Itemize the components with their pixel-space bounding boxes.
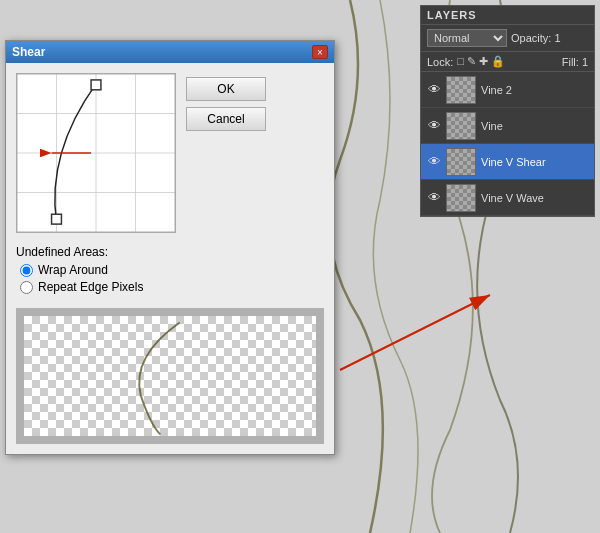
dialog-title: Shear bbox=[12, 45, 45, 59]
layer-item-vine2[interactable]: 👁 Vine 2 bbox=[421, 72, 594, 108]
layers-panel-title: LAYERS bbox=[421, 6, 594, 25]
svg-rect-12 bbox=[52, 214, 62, 224]
repeat-edge-input[interactable] bbox=[20, 281, 33, 294]
layer-eye-vine-v-shear[interactable]: 👁 bbox=[425, 153, 443, 171]
lock-icon-3[interactable]: ✚ bbox=[479, 55, 488, 68]
layer-thumb-vine-v-wave bbox=[446, 184, 476, 212]
ok-button[interactable]: OK bbox=[186, 77, 266, 101]
layer-thumb-vine2 bbox=[446, 76, 476, 104]
radio-group: Wrap Around Repeat Edge Pixels bbox=[16, 263, 324, 294]
undefined-areas-section: Undefined Areas: Wrap Around Repeat Edge… bbox=[16, 241, 324, 298]
lock-icon-4[interactable]: 🔒 bbox=[491, 55, 505, 68]
dialog-buttons: OK Cancel bbox=[186, 73, 266, 233]
lock-icon-2[interactable]: ✎ bbox=[467, 55, 476, 68]
layer-thumb-vine-v-shear bbox=[446, 148, 476, 176]
layer-item-vine[interactable]: 👁 Vine bbox=[421, 108, 594, 144]
blend-mode-select[interactable]: Normal bbox=[427, 29, 507, 47]
dialog-close-button[interactable]: × bbox=[312, 45, 328, 59]
layers-panel: LAYERS Normal Opacity: 1 Lock: □ ✎ ✚ 🔒 F… bbox=[420, 5, 595, 217]
layer-eye-vine2[interactable]: 👁 bbox=[425, 81, 443, 99]
lock-label: Lock: bbox=[427, 56, 453, 68]
layers-lock-row: Lock: □ ✎ ✚ 🔒 Fill: 1 bbox=[421, 52, 594, 72]
dialog-top-section: OK Cancel bbox=[16, 73, 324, 233]
repeat-edge-label: Repeat Edge Pixels bbox=[38, 280, 143, 294]
preview-area bbox=[16, 308, 324, 444]
layer-item-vine-v-wave[interactable]: 👁 Vine V Wave bbox=[421, 180, 594, 216]
layer-thumb-vine bbox=[446, 112, 476, 140]
wrap-around-label: Wrap Around bbox=[38, 263, 108, 277]
shear-dialog: Shear × bbox=[5, 40, 335, 455]
opacity-label: Opacity: 1 bbox=[511, 32, 561, 44]
layer-name-vine2: Vine 2 bbox=[481, 84, 512, 96]
dialog-body: OK Cancel Undefined Areas: Wrap Around R… bbox=[6, 63, 334, 454]
layer-item-vine-v-shear[interactable]: 👁 Vine V Shear bbox=[421, 144, 594, 180]
fill-label: Fill: 1 bbox=[562, 56, 588, 68]
layers-controls: Normal Opacity: 1 bbox=[421, 25, 594, 52]
layer-eye-vine[interactable]: 👁 bbox=[425, 117, 443, 135]
svg-rect-11 bbox=[91, 80, 101, 90]
lock-icons: □ ✎ ✚ 🔒 bbox=[457, 55, 505, 68]
layer-name-vine-v-shear: Vine V Shear bbox=[481, 156, 546, 168]
lock-icon-1[interactable]: □ bbox=[457, 55, 464, 68]
cancel-button[interactable]: Cancel bbox=[186, 107, 266, 131]
preview-inner bbox=[24, 316, 316, 436]
undefined-areas-label: Undefined Areas: bbox=[16, 245, 324, 259]
dialog-titlebar: Shear × bbox=[6, 41, 334, 63]
layer-name-vine-v-wave: Vine V Wave bbox=[481, 192, 544, 204]
layer-name-vine: Vine bbox=[481, 120, 503, 132]
repeat-edge-radio[interactable]: Repeat Edge Pixels bbox=[20, 280, 324, 294]
layer-eye-vine-v-wave[interactable]: 👁 bbox=[425, 189, 443, 207]
wrap-around-radio[interactable]: Wrap Around bbox=[20, 263, 324, 277]
shear-canvas[interactable] bbox=[16, 73, 176, 233]
wrap-around-input[interactable] bbox=[20, 264, 33, 277]
